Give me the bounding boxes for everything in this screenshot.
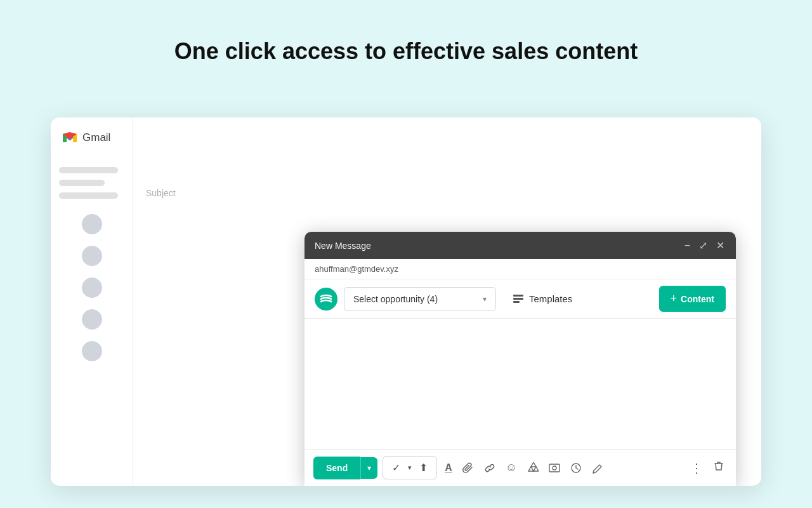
browser-window: Gmail Subject New Message − <box>51 117 761 486</box>
templates-button[interactable]: Templates <box>502 287 582 311</box>
pen-icon <box>592 462 603 474</box>
placeholder-line-2 <box>59 180 105 186</box>
plugin-toolbar: Select opportunity (4) ▾ Templates + Con… <box>304 279 736 319</box>
delete-draft-button[interactable] <box>710 458 727 478</box>
svg-rect-5 <box>513 298 523 300</box>
clock-icon <box>570 462 582 474</box>
placeholder-line-1 <box>59 167 118 173</box>
gmail-logo-icon <box>61 129 79 147</box>
sidebar-dot-4 <box>82 309 102 330</box>
subject-label: Subject <box>146 188 176 198</box>
compose-title: New Message <box>315 241 371 251</box>
sidebar-dot-1 <box>82 214 102 234</box>
compose-body[interactable] <box>304 319 736 449</box>
chevron-down-icon: ▾ <box>483 295 487 304</box>
attachment-icon <box>462 462 474 474</box>
link-button[interactable] <box>481 460 498 476</box>
minimize-button[interactable]: − <box>683 239 691 253</box>
compose-header: New Message − ⤢ ✕ <box>304 232 736 259</box>
to-address: ahuffman@gtmdev.xyz <box>315 264 398 274</box>
attachment-button[interactable] <box>460 460 476 476</box>
format-dropdown-btn[interactable]: ▾ <box>405 462 414 473</box>
photo-icon <box>549 462 560 474</box>
compose-footer: Send ▾ ✓ ▾ ⬆ A <box>304 449 736 486</box>
opportunity-select-label: Select opportunity (4) <box>353 294 438 304</box>
clock-button[interactable] <box>568 460 584 476</box>
pen-button[interactable] <box>589 460 606 476</box>
svg-rect-6 <box>513 301 520 303</box>
upload-format-btn[interactable]: ⬆ <box>417 460 430 475</box>
page-title: One click access to effective sales cont… <box>0 0 812 90</box>
placeholder-line-3 <box>59 192 118 199</box>
expand-button[interactable]: ⤢ <box>698 238 709 253</box>
drive-button[interactable] <box>525 460 541 476</box>
templates-label: Templates <box>529 293 572 304</box>
content-button[interactable]: + Content <box>659 286 726 312</box>
trash-icon <box>713 460 724 472</box>
sidebar-dot-3 <box>82 277 102 298</box>
send-button-group: Send ▾ <box>313 457 377 479</box>
plugin-logo-icon <box>315 288 337 311</box>
send-dropdown-button[interactable]: ▾ <box>360 457 377 479</box>
sidebar-dots <box>82 214 102 361</box>
more-options-button[interactable]: ⋮ <box>688 458 705 478</box>
photo-button[interactable] <box>546 460 563 476</box>
gmail-logo-area: Gmail <box>51 129 133 147</box>
sidebar-placeholder-lines <box>59 167 124 199</box>
send-button[interactable]: Send <box>313 457 360 479</box>
svg-point-3 <box>315 288 337 311</box>
plus-icon: + <box>671 292 678 305</box>
gmail-app-name: Gmail <box>82 131 110 144</box>
subject-panel: Subject <box>133 175 761 211</box>
close-button[interactable]: ✕ <box>715 238 726 253</box>
svg-point-8 <box>553 466 556 470</box>
gmail-sidebar: Gmail <box>51 117 133 486</box>
svg-rect-4 <box>513 295 523 297</box>
compose-header-icons: − ⤢ ✕ <box>683 238 726 253</box>
compose-to-field: ahuffman@gtmdev.xyz <box>304 259 736 279</box>
text-format-button[interactable]: A <box>442 460 455 476</box>
link-icon <box>484 462 495 474</box>
format-toolbar: ✓ ▾ ⬆ <box>383 456 437 479</box>
sidebar-dot-2 <box>82 246 102 266</box>
content-label: Content <box>681 294 714 304</box>
sidebar-dot-5 <box>82 341 102 361</box>
templates-icon <box>513 293 524 305</box>
opportunity-select[interactable]: Select opportunity (4) ▾ <box>344 287 496 311</box>
svg-rect-7 <box>549 464 560 472</box>
checkmark-format-btn[interactable]: ✓ <box>390 460 403 475</box>
emoji-button[interactable]: ☺ <box>503 458 520 477</box>
compose-window: New Message − ⤢ ✕ ahuffman@gtmdev.xyz <box>304 232 736 486</box>
drive-icon <box>527 462 539 474</box>
gmail-main: Subject New Message − ⤢ ✕ ahuffman@gtmde… <box>133 117 761 486</box>
